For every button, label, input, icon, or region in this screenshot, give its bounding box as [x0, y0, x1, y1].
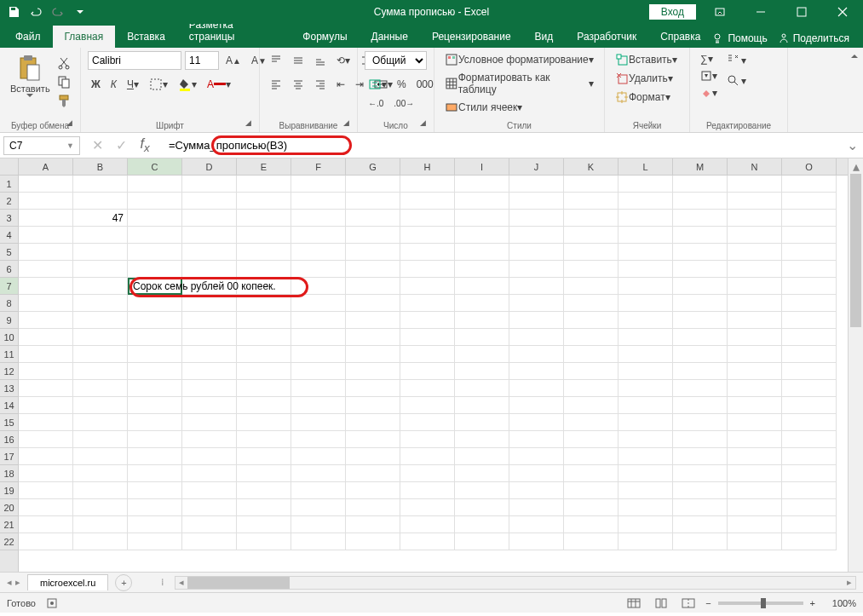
cell[interactable] — [19, 278, 73, 295]
cell[interactable] — [455, 329, 509, 346]
fill-color-icon[interactable]: ▾ — [175, 76, 200, 93]
cell[interactable] — [782, 261, 837, 278]
cell[interactable] — [182, 261, 237, 278]
cell[interactable] — [400, 193, 455, 210]
cell[interactable]: Сорок семь рублей 00 копеек. — [128, 278, 182, 295]
cell[interactable] — [618, 261, 673, 278]
cell[interactable] — [291, 329, 346, 346]
cut-icon[interactable] — [54, 55, 74, 72]
cell[interactable] — [728, 414, 782, 431]
row-header[interactable]: 19 — [0, 482, 18, 499]
tab-data[interactable]: Данные — [360, 26, 420, 48]
cell[interactable] — [19, 380, 73, 397]
cell[interactable] — [237, 516, 291, 533]
cell[interactable] — [728, 448, 782, 465]
cell[interactable] — [400, 244, 455, 261]
cell[interactable] — [400, 380, 455, 397]
cell[interactable] — [346, 397, 400, 414]
cell[interactable] — [291, 346, 346, 363]
sort-filter-icon[interactable]: ▾ — [722, 51, 750, 70]
cell[interactable] — [673, 244, 728, 261]
cell[interactable] — [509, 312, 564, 329]
cell[interactable] — [509, 244, 564, 261]
align-top-icon[interactable] — [267, 53, 285, 68]
cell[interactable] — [509, 482, 564, 499]
cell[interactable] — [564, 397, 618, 414]
cell[interactable] — [400, 261, 455, 278]
cell[interactable] — [673, 431, 728, 448]
ribbon-options-icon[interactable] — [703, 0, 737, 24]
cell[interactable] — [400, 329, 455, 346]
cell[interactable] — [291, 482, 346, 499]
cell[interactable] — [618, 482, 673, 499]
cell[interactable] — [618, 397, 673, 414]
cell[interactable] — [73, 397, 128, 414]
page-break-view-icon[interactable] — [678, 596, 699, 611]
close-icon[interactable] — [826, 0, 860, 24]
cell[interactable] — [728, 397, 782, 414]
format-as-table-button[interactable]: Форматировать как таблицу▾ — [441, 70, 597, 97]
cells[interactable]: 47Сорок семь рублей 00 копеек. — [19, 176, 848, 550]
cell[interactable] — [400, 312, 455, 329]
cell[interactable] — [19, 312, 73, 329]
cell[interactable] — [455, 244, 509, 261]
cell[interactable] — [618, 244, 673, 261]
cell[interactable] — [237, 295, 291, 312]
insert-function-icon[interactable]: fx — [135, 136, 155, 155]
collapse-ribbon-icon[interactable] — [849, 51, 860, 61]
cell[interactable] — [73, 295, 128, 312]
cell[interactable] — [455, 312, 509, 329]
cell[interactable] — [509, 414, 564, 431]
align-left-icon[interactable] — [267, 77, 285, 92]
cell[interactable] — [291, 244, 346, 261]
cell[interactable] — [618, 278, 673, 295]
cell[interactable] — [455, 380, 509, 397]
cell[interactable] — [455, 431, 509, 448]
cell[interactable] — [455, 193, 509, 210]
column-header[interactable]: B — [73, 158, 128, 175]
cell[interactable] — [618, 312, 673, 329]
cell[interactable] — [237, 363, 291, 380]
cell[interactable] — [673, 380, 728, 397]
cell[interactable] — [728, 193, 782, 210]
cell[interactable] — [509, 193, 564, 210]
cell[interactable] — [509, 346, 564, 363]
cell[interactable] — [728, 312, 782, 329]
find-select-icon[interactable]: ▾ — [722, 72, 750, 90]
cell[interactable] — [509, 397, 564, 414]
border-icon[interactable]: ▾ — [146, 76, 171, 93]
cell[interactable] — [455, 176, 509, 193]
cell[interactable] — [128, 210, 182, 227]
cell[interactable] — [73, 346, 128, 363]
cell[interactable] — [728, 346, 782, 363]
italic-button[interactable]: К — [107, 77, 120, 92]
cell[interactable] — [782, 329, 837, 346]
cell[interactable] — [400, 278, 455, 295]
cell[interactable] — [237, 261, 291, 278]
decrease-decimal-icon[interactable]: .00→ — [390, 97, 417, 110]
column-header[interactable]: J — [509, 158, 564, 175]
cell[interactable] — [291, 499, 346, 516]
cell[interactable] — [455, 414, 509, 431]
cell[interactable] — [673, 278, 728, 295]
cell[interactable] — [728, 244, 782, 261]
cell[interactable] — [291, 431, 346, 448]
cell[interactable] — [782, 431, 837, 448]
dialog-launcher-icon[interactable]: ◢ — [66, 118, 77, 129]
cell[interactable] — [19, 516, 73, 533]
cell[interactable] — [782, 295, 837, 312]
cell[interactable] — [73, 380, 128, 397]
row-header[interactable]: 4 — [0, 227, 18, 244]
sheet-nav-prev-icon[interactable]: ◂ — [7, 577, 12, 588]
cell[interactable] — [400, 397, 455, 414]
column-header[interactable]: A — [19, 158, 73, 175]
zoom-level[interactable]: 100% — [822, 598, 856, 608]
cell[interactable] — [728, 278, 782, 295]
cell[interactable] — [782, 346, 837, 363]
cell[interactable] — [509, 278, 564, 295]
cell[interactable] — [128, 363, 182, 380]
cell[interactable] — [237, 227, 291, 244]
cell[interactable] — [728, 295, 782, 312]
cell[interactable] — [782, 482, 837, 499]
cell[interactable] — [346, 176, 400, 193]
